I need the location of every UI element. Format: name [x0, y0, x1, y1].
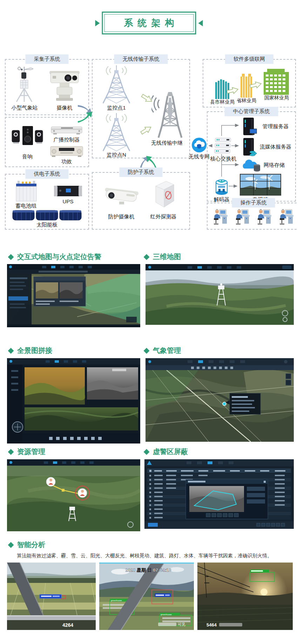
- broadcast-controller-image: [50, 126, 83, 137]
- section-title: 三维地图: [153, 252, 181, 262]
- diamond-bullet-icon: [8, 348, 14, 354]
- relay-tower-label: 无线传输中继: [144, 140, 189, 146]
- battery-label: 蓄电池组: [8, 203, 43, 209]
- mask-popup: [186, 480, 268, 519]
- analysis-description: 算法能有效过滤雾、霾、雪、云、阳光、大棚反光、树枝晃动、建筑、路灯、水体、车辆等…: [17, 553, 272, 559]
- weather-station-image: [12, 65, 36, 105]
- section-title: 交互式地图与火点定位告警: [17, 252, 101, 262]
- flow-arrow-right-icon: [78, 103, 93, 124]
- page: 系统架构: [0, 0, 298, 644]
- banner-right-triangle-icon: [198, 20, 203, 26]
- protective-camera-image: [102, 185, 141, 209]
- solar-panel-image: [12, 209, 82, 223]
- photo-timestamp-text: 2020 星期 日 07:54:18: [126, 567, 171, 573]
- screenshot-panorama: [7, 358, 140, 443]
- national-bureau-building-image: [262, 68, 290, 96]
- box-collection-subsystem: 采集子系统 小型气象站: [5, 59, 89, 115]
- solar-panel-label: 太阳能板: [6, 222, 88, 228]
- core-switch-label: 核心交换机: [208, 156, 239, 162]
- section-header-analysis: 智能分析: [9, 540, 45, 550]
- monitor-tower-n-image: [98, 112, 135, 154]
- collection-subsystem-title: 采集子系统: [26, 54, 69, 64]
- management-subsystem-title: 中心管理子系统: [225, 107, 278, 116]
- national-bureau-label: 国家林业局: [261, 95, 292, 101]
- box-operation-subsystem: 操作子系统: [207, 203, 298, 230]
- protective-camera-label: 防护摄像机: [102, 213, 141, 220]
- section-title: 虚警区屏蔽: [153, 447, 188, 456]
- workstation-icon: [256, 207, 273, 226]
- diamond-bullet-icon: [8, 542, 14, 548]
- weather-station-label: 小型气象站: [7, 105, 42, 111]
- section-header-resource: 资源管理: [9, 447, 45, 456]
- monitor-point-1-label: 监控点1: [98, 105, 135, 111]
- camera-label: 摄像机: [48, 105, 81, 111]
- photo-id-text: 5464: [206, 622, 217, 627]
- page-title: 系统架构: [104, 14, 194, 32]
- person-marker: [78, 488, 87, 498]
- amplifier-label: 功效: [50, 158, 83, 165]
- power-subsystem-title: 供电子系统: [26, 169, 69, 179]
- weather-tooltip: [225, 393, 260, 414]
- diamond-bullet-icon: [8, 449, 14, 455]
- box-audio-broadcast: 音响 广播控制器: [5, 117, 89, 167]
- workstation-icon: [278, 207, 295, 226]
- tv-wall-image: [240, 174, 281, 197]
- software-networking-title: 软件多级联网: [225, 54, 273, 64]
- wireless-subsystem-title: 无线传输子系统: [114, 54, 168, 64]
- architecture-diagram: 采集子系统 小型气象站: [0, 44, 298, 230]
- analysis-photo-greenhouse: greenhouse greenhouse 2020 星期 日 07:54:18…: [99, 563, 194, 630]
- photo-id-text: 4264: [62, 622, 73, 628]
- ups-image: [53, 185, 83, 198]
- section-title: 全景图拼接: [17, 346, 52, 355]
- section-title: 智能分析: [17, 540, 45, 550]
- detection-label: [40, 594, 61, 598]
- section-title: 资源管理: [17, 447, 45, 456]
- box-protection-subsystem: 防护子系统 防护摄像机: [92, 172, 190, 230]
- diamond-bullet-icon: [144, 348, 150, 354]
- management-server-icon: [242, 117, 257, 137]
- media-server-icon: [242, 137, 257, 158]
- speakers-image: [10, 125, 45, 154]
- decoder-label: 解码器: [210, 196, 233, 203]
- management-server-label: 管理服务器: [257, 123, 294, 130]
- fire-popup: [34, 277, 86, 306]
- screenshot-interactive-map: [7, 264, 140, 327]
- section-title: 气象管理: [153, 346, 181, 355]
- speakers-label: 音响: [10, 153, 45, 160]
- screenshot-3d-map: [145, 264, 294, 325]
- relay-tower-image: [151, 91, 187, 140]
- screenshot-weather-map: [145, 358, 294, 442]
- diamond-bullet-icon: [144, 254, 150, 260]
- province-bureau-label: 省林业局: [231, 98, 262, 104]
- amplifier-image: [50, 146, 83, 159]
- section-header-weather: 气象管理: [144, 346, 181, 355]
- broadcast-controller-label: 广播控制器: [50, 137, 83, 143]
- banner-left-triangle-icon: [95, 20, 100, 26]
- section-header-panorama: 全景图拼接: [9, 346, 52, 355]
- box-software-networking: 软件多级联网 县市林业局: [203, 59, 296, 107]
- wireless-private-network-icon: [191, 137, 207, 154]
- person-marker: [46, 477, 55, 486]
- box-management-subsystem: 中心管理子系统 核心交换机: [207, 111, 296, 202]
- ups-label: UPS: [53, 198, 83, 204]
- workstation-icon: [212, 207, 229, 226]
- greenhouse-tag-text: greenhouse: [111, 599, 122, 602]
- operation-subsystem-title: 操作子系统: [232, 198, 275, 208]
- network-storage-label: 网络存储: [257, 162, 291, 169]
- monitor-tower-1-image: [98, 64, 135, 106]
- diamond-bullet-icon: [144, 449, 150, 455]
- infrared-detector-image: [151, 179, 178, 210]
- banner-frame: 系统架构: [102, 12, 196, 34]
- workstation-icon: [234, 207, 251, 226]
- media-server-label: 流媒体服务器: [257, 144, 294, 150]
- greenhouse-tag-text: greenhouse: [161, 613, 172, 616]
- analysis-photo-sunset: 5464: [197, 563, 293, 630]
- protection-subsystem-title: 防护子系统: [120, 167, 163, 177]
- battery-image: [15, 180, 38, 203]
- decoder-icon: [214, 177, 229, 198]
- analysis-photo-fields: 4264: [7, 563, 96, 630]
- photo-note-text: 可见: [178, 622, 185, 626]
- ptz-camera-image: [48, 67, 81, 105]
- core-switch-icon: [212, 137, 232, 156]
- monitor-point-n-label: 监控点N: [98, 152, 135, 158]
